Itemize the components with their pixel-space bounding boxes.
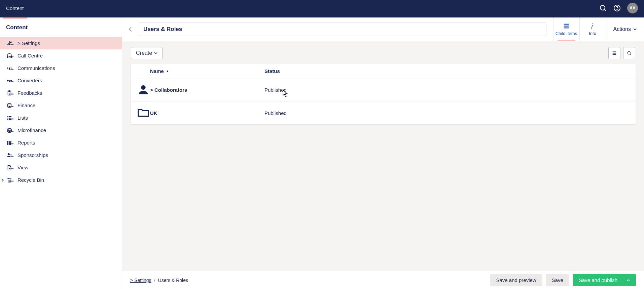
tab-child-items[interactable]: Child items bbox=[553, 17, 580, 41]
svg-point-26 bbox=[10, 106, 12, 107]
tab-child-items-label: Child items bbox=[556, 31, 577, 36]
sidebar-item-label: Recycle Bin bbox=[17, 177, 44, 183]
node-title-input[interactable] bbox=[139, 23, 546, 36]
svg-point-5 bbox=[10, 44, 12, 45]
help-icon[interactable] bbox=[613, 4, 621, 12]
child-items-list: Name ▲ Status > CollaboratorsPublishedUK… bbox=[130, 64, 636, 125]
sort-asc-icon: ▲ bbox=[166, 69, 169, 73]
tab-info[interactable]: i Info bbox=[580, 17, 606, 41]
save-and-publish-button[interactable]: Save and publish bbox=[573, 274, 636, 286]
column-name-label: Name bbox=[150, 68, 164, 74]
sidebar-item-view[interactable]: View bbox=[0, 161, 122, 174]
list-search-button[interactable] bbox=[623, 47, 635, 59]
sidebar-item-settings[interactable]: > Settings bbox=[0, 37, 122, 49]
sidebar-item-label: Call Centre bbox=[17, 53, 43, 58]
books-icon bbox=[6, 140, 13, 146]
headset-icon bbox=[6, 53, 13, 59]
svg-rect-63 bbox=[613, 54, 616, 55]
svg-line-65 bbox=[630, 54, 631, 55]
svg-point-6 bbox=[12, 44, 14, 45]
file-icon bbox=[6, 165, 13, 171]
svg-rect-58 bbox=[564, 26, 569, 27]
search-icon[interactable] bbox=[599, 4, 607, 12]
save-publish-label: Save and publish bbox=[579, 277, 617, 283]
svg-rect-59 bbox=[564, 27, 569, 28]
table-row[interactable]: UKPublished bbox=[131, 101, 636, 124]
row-name[interactable]: UK bbox=[150, 110, 264, 116]
sidebar-item-converters[interactable]: Converters bbox=[0, 74, 122, 87]
actions-menu[interactable]: Actions bbox=[606, 17, 644, 41]
column-status[interactable]: Status bbox=[264, 68, 630, 74]
list-header: Name ▲ Status bbox=[131, 64, 636, 78]
sidebar-item-sponsorships[interactable]: Sponsorships bbox=[0, 149, 122, 161]
sidebar-item-label: Feedbacks bbox=[17, 90, 42, 96]
svg-point-0 bbox=[600, 5, 605, 10]
clipboard-icon bbox=[6, 90, 13, 96]
main-panel: Child items i Info Actions Create bbox=[122, 17, 644, 289]
editor-footer: > Settings / Users & Roles Save and prev… bbox=[122, 271, 644, 289]
sidebar-item-communications[interactable]: Communications bbox=[0, 62, 122, 74]
svg-point-9 bbox=[9, 56, 10, 57]
sidebar-item-reports[interactable]: Reports bbox=[0, 136, 122, 149]
sidebar-item-call-centre[interactable]: Call Centre bbox=[0, 49, 122, 62]
svg-point-35 bbox=[10, 118, 12, 120]
svg-point-66 bbox=[141, 85, 145, 90]
svg-point-38 bbox=[9, 131, 10, 132]
svg-rect-57 bbox=[564, 24, 569, 25]
column-name[interactable]: Name ▲ bbox=[150, 68, 264, 74]
svg-point-55 bbox=[10, 180, 12, 182]
svg-point-48 bbox=[9, 156, 10, 157]
sidebar-item-label: Converters bbox=[17, 78, 42, 83]
topbar-title[interactable]: Content bbox=[6, 0, 24, 17]
svg-point-40 bbox=[12, 131, 14, 132]
arrows-h-icon bbox=[6, 78, 13, 84]
sidebar-item-label: View bbox=[17, 165, 28, 170]
trash-icon bbox=[6, 177, 13, 183]
sidebar-header: Content bbox=[0, 17, 122, 34]
user-plus-icon bbox=[6, 152, 13, 158]
svg-point-23 bbox=[12, 93, 14, 95]
toolbar: Create bbox=[122, 41, 644, 64]
sidebar-item-label: Finance bbox=[17, 102, 35, 108]
avatar[interactable]: AA bbox=[627, 3, 638, 13]
broadcast-icon bbox=[6, 65, 13, 71]
breadcrumb-settings[interactable]: > Settings bbox=[130, 278, 151, 283]
sidebar-item-label: Sponsorships bbox=[17, 152, 48, 158]
svg-point-49 bbox=[10, 156, 12, 157]
svg-point-56 bbox=[12, 180, 14, 182]
svg-point-13 bbox=[9, 69, 10, 70]
layout-toggle-button[interactable] bbox=[608, 47, 620, 59]
sidebar-item-label: Communications bbox=[17, 65, 55, 71]
wrench-icon bbox=[6, 40, 13, 46]
sidebar-item-finance[interactable]: Finance bbox=[0, 99, 122, 112]
svg-point-45 bbox=[10, 143, 12, 144]
svg-point-18 bbox=[12, 81, 14, 82]
save-button[interactable]: Save bbox=[546, 274, 569, 286]
table-row[interactable]: > CollaboratorsPublished bbox=[131, 78, 636, 101]
save-publish-dropdown[interactable] bbox=[623, 277, 630, 283]
create-button[interactable]: Create bbox=[131, 47, 163, 59]
create-label: Create bbox=[136, 50, 152, 56]
sidebar: Content > SettingsCall CentreCommunicati… bbox=[0, 17, 122, 289]
svg-point-51 bbox=[9, 168, 10, 169]
svg-point-25 bbox=[9, 106, 10, 107]
save-and-preview-button[interactable]: Save and preview bbox=[490, 274, 542, 286]
chevron-right-icon[interactable] bbox=[1, 177, 4, 183]
svg-rect-61 bbox=[613, 51, 616, 52]
row-status: Published bbox=[264, 87, 630, 93]
breadcrumb-current: Users & Roles bbox=[158, 278, 188, 283]
sidebar-item-label: Microfinance bbox=[17, 127, 46, 133]
sidebar-item-recycle-bin[interactable]: Recycle Bin bbox=[0, 174, 122, 186]
sidebar-item-label: Lists bbox=[17, 115, 28, 121]
sidebar-item-label: > Settings bbox=[17, 40, 40, 46]
svg-point-22 bbox=[10, 93, 12, 95]
folder-icon bbox=[137, 106, 150, 120]
svg-point-17 bbox=[10, 81, 12, 82]
sidebar-item-microfinance[interactable]: Microfinance bbox=[0, 124, 122, 136]
coins-icon bbox=[6, 102, 13, 109]
back-button[interactable] bbox=[122, 17, 139, 41]
sidebar-item-feedbacks[interactable]: Feedbacks bbox=[0, 87, 122, 99]
svg-point-16 bbox=[9, 81, 10, 82]
sidebar-item-lists[interactable]: Lists bbox=[0, 112, 122, 124]
row-name[interactable]: > Collaborators bbox=[150, 87, 264, 93]
